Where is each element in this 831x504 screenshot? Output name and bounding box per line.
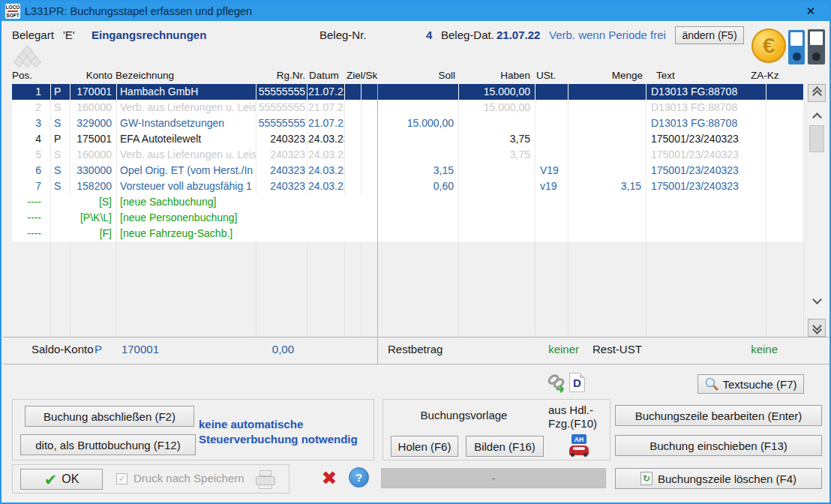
- cell-zakz: [766, 163, 804, 178]
- cell-bezeichnung: Hambach GmbH: [117, 84, 256, 100]
- cell-ust: [536, 84, 568, 100]
- scroll-up-icon[interactable]: [812, 112, 822, 122]
- logo-red-bar: [8, 10, 18, 12]
- bruttobuchung-button[interactable]: dito, als Bruttobuchung (F12): [20, 434, 196, 455]
- new-row-sachbuchung[interactable]: ----[S][neue Sachbuchung]: [12, 194, 804, 210]
- aus-hdl-line2: Fzg.(F10): [548, 417, 597, 430]
- scrollbar-thumb[interactable]: [809, 125, 824, 152]
- cell-haben: 3,75: [459, 131, 536, 147]
- printer-icon[interactable]: [256, 470, 275, 488]
- cell-haben: [459, 163, 536, 178]
- table-row-4[interactable]: 4P175001EFA Autoteilewelt24032324.03.233…: [12, 131, 804, 147]
- scroll-to-bottom-button[interactable]: [808, 319, 826, 337]
- cancel-icon[interactable]: ✖: [317, 466, 341, 489]
- beleg-nr-value: 4: [426, 28, 432, 41]
- cell-ziel: [345, 131, 362, 147]
- col-rgnr: Rg.Nr.: [260, 70, 305, 81]
- cell-haben: [459, 116, 536, 131]
- loeschen-label: Buchungszeile löschen (F4): [658, 472, 796, 485]
- cell-pos: 2: [12, 100, 51, 116]
- binder-blue-icon[interactable]: [788, 30, 805, 64]
- ok-group: ✔ OK ✓ Druck nach Speichern: [12, 464, 290, 494]
- buchung-abschliessen-button[interactable]: Buchung abschließen (F2): [25, 406, 194, 427]
- cell-ziel: [345, 163, 362, 178]
- cell-zakz: [766, 131, 804, 147]
- cell-text: 175001/23/240323: [646, 163, 766, 178]
- d-letter: D: [573, 376, 581, 389]
- table-row-7[interactable]: 7S158200Vorsteuer voll abzugsfähig 12403…: [12, 178, 804, 194]
- cell-code: [F]: [51, 226, 117, 242]
- cell-bezeichnung: Verb. aus Lieferungen u. Leis: [117, 100, 256, 116]
- table-row-5[interactable]: 5S160000Verb. aus Lieferungen u. Leis240…: [12, 147, 804, 163]
- cell-menge: 3,15: [568, 178, 646, 194]
- cell-konto: 330000: [70, 163, 117, 178]
- textsuche-button[interactable]: Textsuche (F7): [698, 374, 804, 394]
- logo-line2: SOFT: [6, 13, 19, 18]
- ah-sign: AH: [572, 434, 586, 444]
- steuer-hint: keine automatische Steuerverbuchung notw…: [199, 417, 379, 447]
- holen-button[interactable]: Holen (F6): [391, 436, 458, 457]
- cell-type: S: [51, 163, 70, 178]
- cell-pos: 4: [12, 131, 51, 147]
- cell-soll: [378, 84, 459, 100]
- close-icon[interactable]: ✕: [802, 4, 819, 19]
- buchung-group: Buchung abschließen (F2) dito, als Brutt…: [12, 399, 374, 460]
- cell-haben: [459, 210, 536, 226]
- vertical-scrollbar[interactable]: [808, 84, 826, 337]
- cell-bezeichnung: GW-Instandsetzungen: [117, 116, 256, 131]
- table-empty-area: [12, 242, 804, 337]
- bilden-button[interactable]: Bilden (F16): [466, 436, 544, 457]
- cell-rgnr: 240323: [256, 147, 308, 163]
- cell-soll: [378, 100, 459, 116]
- beleg-dat-label: Beleg-Dat.: [441, 28, 494, 41]
- new-row-fahrzeug[interactable]: ----[F][neue Fahrzeug-Sachb.]: [12, 226, 804, 242]
- col-soll: Soll: [410, 70, 455, 81]
- cell-zakz: [766, 194, 804, 210]
- link-icon[interactable]: [547, 374, 568, 393]
- app-window: LOCO SOFT L331PR: Buchungsstapel erfasse…: [0, 0, 831, 504]
- help-icon[interactable]: ?: [349, 467, 369, 488]
- ok-button[interactable]: ✔ OK: [20, 469, 103, 490]
- cell-text: D13013 FG:88708: [646, 84, 766, 100]
- cell-soll: 15.000,00: [378, 116, 459, 131]
- cell-ziel: [345, 178, 362, 194]
- cell-menge: [568, 84, 646, 100]
- scroll-down-icon[interactable]: [812, 295, 822, 304]
- cell-pos: ----: [12, 194, 51, 210]
- belegart-name: Eingangsrechnungen: [92, 28, 206, 41]
- cell-sk: [362, 100, 378, 116]
- cell-soll: 0,60: [378, 178, 459, 194]
- cell-text: [646, 194, 766, 210]
- cell-ziel: [345, 116, 362, 131]
- restbetrag-value: keiner: [526, 343, 579, 356]
- buchung-einschieben-button[interactable]: Buchung einschieben (F13): [615, 435, 822, 456]
- buchungsvorlage-group: Buchungsvorlage aus Hdl.- Fzg.(F10) Hole…: [382, 399, 610, 460]
- aendern-button[interactable]: ändern (F5): [675, 26, 744, 44]
- cell-ust: v19: [536, 178, 568, 194]
- euro-coin-icon[interactable]: €: [752, 28, 786, 63]
- cell-label: [neue Sachbuchung]: [117, 194, 378, 210]
- cell-menge: [568, 163, 646, 178]
- cell-ust: V19: [536, 163, 568, 178]
- buchungszeile-loeschen-button[interactable]: ↻ Buchungszeile löschen (F4): [615, 468, 822, 489]
- cell-soll: 3,15: [378, 163, 459, 178]
- cell-konto: 170001: [70, 84, 117, 100]
- table-row-3[interactable]: 3S329000GW-Instandsetzungen5555555521.07…: [12, 116, 804, 131]
- cell-bezeichnung: EFA Autoteilewelt: [117, 131, 256, 147]
- table-row-2[interactable]: 2S160000Verb. aus Lieferungen u. Leis555…: [12, 100, 804, 116]
- document-d-icon[interactable]: D: [569, 373, 585, 392]
- cell-konto: 160000: [70, 100, 117, 116]
- table-row-6[interactable]: 6S330000Opel Orig. ET (vom Herst./In2403…: [12, 163, 804, 178]
- buchungszeile-bearbeiten-button[interactable]: Buchungszeile bearbeiten (Enter): [615, 405, 822, 426]
- cell-soll: [378, 131, 459, 147]
- dealer-car-icon[interactable]: AH: [569, 434, 589, 458]
- druck-checkbox[interactable]: ✓: [116, 473, 128, 484]
- belegart-label: Belegart: [12, 28, 54, 41]
- cell-menge: [568, 131, 646, 147]
- textsuche-label: Textsuche (F7): [722, 378, 796, 391]
- col-ust: USt.: [536, 70, 556, 81]
- table-row-1[interactable]: 1P170001Hambach GmbH5555555521.07.2215.0…: [12, 84, 804, 100]
- binder-dark-icon[interactable]: [808, 29, 825, 64]
- new-row-personenbuchung[interactable]: ----[P\K\L][neue Personenbuchung]: [12, 210, 804, 226]
- scroll-to-top-button[interactable]: [808, 84, 826, 102]
